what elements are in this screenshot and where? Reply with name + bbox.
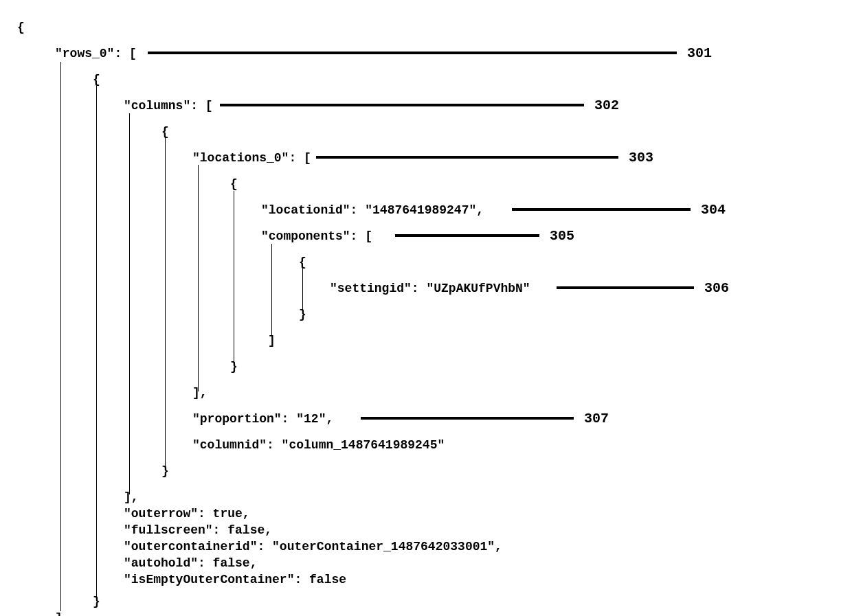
row-obj-open: { <box>93 73 100 87</box>
callout-line-307 <box>361 417 574 420</box>
columnid-key: "columnid": "column_1487641989245" <box>192 438 445 452</box>
brace-open: { <box>17 21 25 34</box>
outerrow-key: "outerrow": true, <box>124 507 250 521</box>
columns-key: "columns": [ <box>124 99 213 113</box>
guide-4 <box>165 137 166 467</box>
columns-close: ], <box>124 490 139 504</box>
components-key: "components": [ <box>261 229 372 243</box>
rows-key: "rows_0": [ <box>55 47 137 60</box>
callout-301: 301 <box>687 45 712 61</box>
callout-306: 306 <box>704 280 729 296</box>
guide-7 <box>271 244 272 336</box>
callout-line-305 <box>395 234 539 237</box>
fullscreen-key: "fullscreen": false, <box>124 523 272 537</box>
settingid-key: "settingid": "UZpAKUfPVhbN" <box>330 282 530 295</box>
callout-line-303 <box>316 156 618 159</box>
guide-1 <box>60 62 61 611</box>
locations-key: "locations_0": [ <box>192 151 311 165</box>
autohold-key: "autohold": false, <box>124 556 257 570</box>
callout-line-302 <box>220 104 584 106</box>
guide-6 <box>234 191 234 363</box>
callout-302: 302 <box>594 98 619 113</box>
callout-307: 307 <box>584 411 609 426</box>
callout-304: 304 <box>701 202 726 218</box>
callout-line-304 <box>512 208 691 211</box>
col-obj-open: { <box>161 125 169 139</box>
callout-line-301 <box>148 52 677 54</box>
callout-305: 305 <box>550 228 574 244</box>
outercontainerid-key: "outercontainerid": "outerContainer_1487… <box>124 540 502 554</box>
guide-8 <box>302 268 303 310</box>
rows-close: ] <box>55 611 63 616</box>
loc-obj-open: { <box>230 177 238 191</box>
callout-303: 303 <box>629 150 653 166</box>
diagram-container: { "rows_0": [ { "columns": [ { "location… <box>14 14 838 602</box>
callout-line-306 <box>557 286 694 289</box>
proportion-key: "proportion": "12", <box>192 412 333 426</box>
guide-2 <box>96 86 97 597</box>
guide-5 <box>198 165 199 391</box>
comp-obj-open: { <box>299 255 306 269</box>
locations-close: ], <box>192 386 208 400</box>
guide-3 <box>129 113 130 494</box>
locationid-key: "locationid": "1487641989247", <box>261 203 484 217</box>
isempty-key: "isEmptyOuterContainer": false <box>124 573 346 586</box>
